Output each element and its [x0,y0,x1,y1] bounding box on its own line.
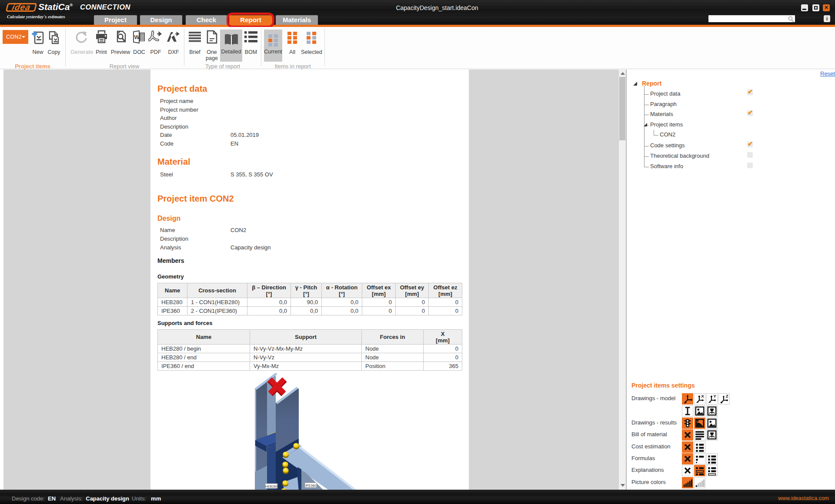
svg-text:HEB280: HEB280 [265,484,277,488]
svg-text:IPE360: IPE360 [305,484,316,487]
svg-text:Z: Z [726,394,728,398]
svg-text:W: W [134,34,140,40]
svg-text:Y: Y [713,394,716,398]
svg-text:X: X [701,394,704,398]
